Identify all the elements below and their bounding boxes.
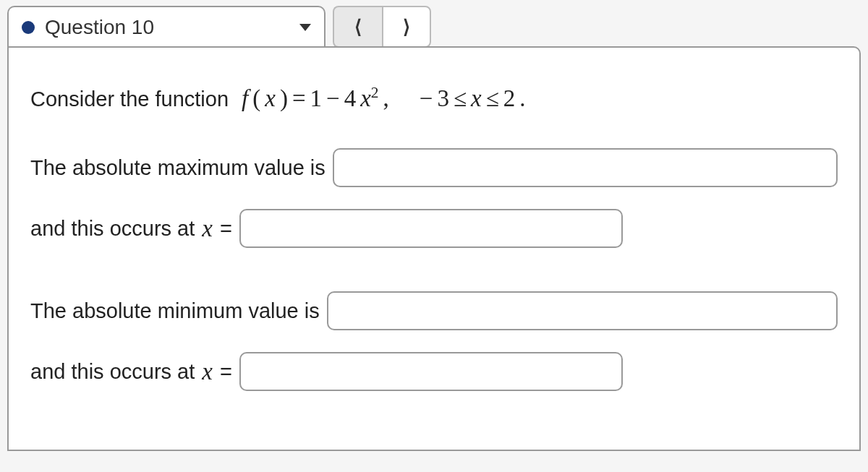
prev-button[interactable]: ⟨ bbox=[333, 6, 382, 48]
content-panel: Consider the function f ( x ) = 1 − 4x2,… bbox=[7, 46, 861, 451]
math-open: ( bbox=[252, 85, 260, 112]
intro-text: Consider the function bbox=[30, 87, 229, 111]
min-value-label: The absolute minimum value is bbox=[30, 299, 320, 323]
max-x-line: and this occurs at x = bbox=[30, 209, 838, 248]
math-close: ) bbox=[280, 85, 288, 112]
min-x-eq: = bbox=[220, 360, 232, 384]
math-minus: − bbox=[326, 85, 340, 112]
max-x-input[interactable] bbox=[239, 209, 623, 248]
min-x-prefix: and this occurs at bbox=[30, 360, 195, 384]
nav-buttons: ⟨ ⟩ bbox=[333, 6, 431, 48]
min-value-line: The absolute minimum value is bbox=[30, 291, 838, 330]
math-x2: x2 bbox=[360, 84, 378, 112]
problem-statement: Consider the function f ( x ) = 1 − 4x2,… bbox=[30, 84, 838, 112]
min-x-line: and this occurs at x = bbox=[30, 352, 838, 391]
chevron-right-icon: ⟩ bbox=[403, 16, 410, 38]
max-value-input[interactable] bbox=[333, 148, 838, 187]
dom-neg: − bbox=[420, 85, 433, 112]
math-x1: x bbox=[265, 85, 276, 112]
math-4: 4 bbox=[344, 85, 357, 112]
caret-down-icon bbox=[299, 24, 311, 31]
dom-period: . bbox=[519, 85, 525, 112]
max-x-var: x bbox=[202, 215, 213, 242]
chevron-left-icon: ⟨ bbox=[354, 16, 362, 38]
dom-le2: ≤ bbox=[486, 85, 499, 112]
max-value-label: The absolute maximum value is bbox=[30, 156, 326, 180]
max-x-eq: = bbox=[220, 217, 232, 241]
min-value-input[interactable] bbox=[327, 291, 838, 330]
status-dot-icon bbox=[22, 21, 35, 34]
dom-x: x bbox=[471, 85, 482, 112]
dom-hi: 2 bbox=[503, 85, 516, 112]
question-label: Question 10 bbox=[45, 16, 292, 39]
min-x-var: x bbox=[202, 359, 213, 385]
dom-le1: ≤ bbox=[454, 85, 467, 112]
math-1: 1 bbox=[310, 85, 323, 112]
dom-lo: 3 bbox=[437, 85, 449, 112]
next-button[interactable]: ⟩ bbox=[382, 6, 431, 48]
max-x-prefix: and this occurs at bbox=[30, 217, 195, 241]
math-exp: 2 bbox=[371, 84, 379, 101]
math-f: f bbox=[242, 85, 248, 112]
header-bar: Question 10 ⟨ ⟩ bbox=[0, 0, 868, 48]
math-eq: = bbox=[292, 85, 306, 112]
question-selector[interactable]: Question 10 bbox=[7, 6, 326, 48]
math-comma: , bbox=[383, 85, 389, 112]
max-value-line: The absolute maximum value is bbox=[30, 148, 838, 187]
min-x-input[interactable] bbox=[239, 352, 623, 391]
